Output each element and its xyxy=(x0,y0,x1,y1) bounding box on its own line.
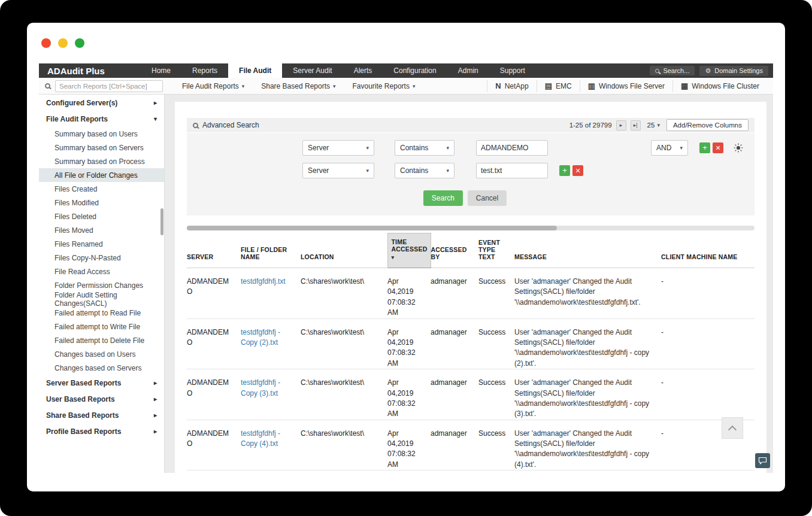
nav-tab[interactable]: Support xyxy=(489,63,536,78)
server-type-button[interactable]: ▤ EMC xyxy=(537,80,580,92)
chevron-down-icon: ▾ xyxy=(657,122,660,128)
highlight-icon[interactable] xyxy=(734,143,743,153)
report-search-input[interactable] xyxy=(55,80,163,92)
advanced-search-toggle[interactable]: Advanced Search xyxy=(193,121,259,129)
server-type-button[interactable]: ▥ Windows File Server xyxy=(580,80,672,92)
table-row[interactable]: ADMANDEMO testdfgfdhfj - Copy (4).txt C:… xyxy=(187,420,755,471)
page-size-select[interactable]: 25 ▾ xyxy=(645,122,662,129)
chevron-right-icon: ▸ xyxy=(154,428,157,435)
column-header[interactable]: LOCATION ▾ xyxy=(301,233,387,268)
filter-operator-select[interactable]: Contains ▾ xyxy=(395,140,455,156)
remove-filter-button[interactable]: ✕ xyxy=(572,165,583,176)
sidebar-report-item[interactable]: Files Renamed xyxy=(39,237,164,251)
nav-tab[interactable]: Alerts xyxy=(343,63,383,78)
sidebar-report-item[interactable]: File Read Access xyxy=(39,265,164,278)
filter-field-select[interactable]: Server ▾ xyxy=(302,140,374,156)
client-machine-cell: - xyxy=(661,318,755,369)
sidebar-report-item[interactable]: Files Deleted xyxy=(39,210,164,223)
nav-tab[interactable]: File Audit xyxy=(228,63,282,78)
search-icon xyxy=(655,69,659,73)
sidebar-section-configured-servers[interactable]: Configured Server(s) ▸ xyxy=(39,95,164,111)
window-minimize-button[interactable] xyxy=(58,38,68,48)
server-type-button[interactable]: ▦ Windows File Cluster xyxy=(672,80,767,92)
table-horizontal-scrollbar[interactable] xyxy=(187,226,755,230)
server-type-buttons: N NetApp ▤ EMC ▥ Windows File Server xyxy=(487,80,767,92)
client-machine-cell: - xyxy=(661,268,755,319)
column-header-label: TIME ACCESSED xyxy=(392,238,428,253)
window-controls xyxy=(41,38,84,48)
sidebar-section[interactable]: Share Based Reports ▸ xyxy=(39,407,164,423)
nav-tab[interactable]: Home xyxy=(141,63,181,78)
add-filter-button[interactable]: + xyxy=(559,165,570,176)
global-search-button[interactable]: Search... xyxy=(650,66,695,75)
search-button[interactable]: Search xyxy=(423,190,463,206)
column-header[interactable]: TIME ACCESSED ▾ xyxy=(387,233,431,268)
column-header[interactable]: FILE / FOLDER NAME ▾ xyxy=(241,233,301,268)
sidebar-report-item[interactable]: Summary based on Process xyxy=(39,154,164,168)
server-type-button[interactable]: N NetApp xyxy=(487,80,536,92)
filter-value-input[interactable] xyxy=(476,140,548,156)
nav-tab[interactable]: Server Audit xyxy=(282,63,343,78)
report-menu-dropdown[interactable]: Favourite Reports ▾ xyxy=(344,82,424,90)
sidebar-report-item[interactable]: Failed attempt to Delete File xyxy=(39,333,164,347)
column-header[interactable]: CLIENT MACHINE NAME ▾ xyxy=(661,233,755,268)
sidebar-report-item[interactable]: Summary based on Servers xyxy=(39,141,164,154)
sidebar-scrollbar-thumb[interactable] xyxy=(160,208,163,235)
report-menu-dropdown[interactable]: File Audit Reports ▾ xyxy=(174,82,253,90)
filter-field-select[interactable]: Server ▾ xyxy=(302,163,374,178)
filter-value-input[interactable] xyxy=(476,163,548,178)
column-header[interactable]: SERVER ▾ xyxy=(187,233,241,268)
table-row[interactable]: ADMANDEMO testdfgfdhfj - Copy (3).txt C:… xyxy=(187,369,755,420)
column-header[interactable]: EVENT TYPE TEXT ▾ xyxy=(478,233,514,268)
table-row[interactable]: ADMANDEMO testdfgfdhfj - Copy (2).txt C:… xyxy=(187,318,755,369)
column-header[interactable]: MESSAGE ▾ xyxy=(514,233,661,268)
file-name-link[interactable]: testdfgfdhfj.txt xyxy=(241,268,301,319)
nav-tab[interactable]: Admin xyxy=(447,63,489,78)
location-cell: C:\shares\work\test\ xyxy=(301,268,387,319)
chevron-down-icon: ▾ xyxy=(680,145,683,151)
add-filter-button[interactable]: + xyxy=(699,142,710,153)
nav-tab[interactable]: Configuration xyxy=(383,63,447,78)
sidebar-report-item[interactable]: Folder Audit Setting Changes(SACL) xyxy=(39,292,164,306)
next-page-button[interactable]: ▸ xyxy=(616,120,626,130)
add-remove-columns-button[interactable]: Add/Remove Columns xyxy=(666,119,749,131)
sidebar-section[interactable]: Profile Based Reports ▸ xyxy=(39,423,164,439)
sidebar-report-item[interactable]: All File or Folder Changes xyxy=(39,168,164,182)
cancel-button[interactable]: Cancel xyxy=(468,190,507,206)
last-page-button[interactable]: ▸| xyxy=(631,120,641,130)
file-name-link[interactable]: testdfgfdhfj - Copy (2).txt xyxy=(241,318,301,369)
feedback-chat-button[interactable] xyxy=(755,453,770,468)
sidebar-report-item[interactable]: Files Created xyxy=(39,182,164,196)
filter-operator-select[interactable]: Contains ▾ xyxy=(395,163,455,178)
sidebar-section[interactable]: User Based Reports ▸ xyxy=(39,391,164,407)
server-type-label: Windows File Server xyxy=(599,82,665,90)
table-row[interactable]: ADMANDEMO testdfgfdhfj.txt C:\shares\wor… xyxy=(187,268,755,319)
domain-settings-button[interactable]: ⚙ Domain Settings xyxy=(699,66,768,76)
sidebar-report-item[interactable]: Failed attempt to Write File xyxy=(39,320,164,333)
scrollbar-thumb[interactable] xyxy=(187,226,557,230)
sidebar-report-item[interactable]: Files Moved xyxy=(39,223,164,237)
sidebar-report-item[interactable]: Failed attempt to Read File xyxy=(39,306,164,320)
table-header-row: SERVER ▾ FILE / FOLDER NAME ▾ xyxy=(187,233,755,268)
accessed-by-cell: admanager xyxy=(431,420,478,471)
window-zoom-button[interactable] xyxy=(75,38,84,48)
report-menu-dropdown[interactable]: Share Based Reports ▾ xyxy=(253,82,344,90)
remove-filter-button[interactable]: ✕ xyxy=(713,142,723,153)
sidebar-section[interactable]: Server Based Reports ▸ xyxy=(39,375,164,391)
column-header[interactable]: ACCESSED BY ▾ xyxy=(431,233,478,268)
sidebar-report-item[interactable]: Changes based on Servers xyxy=(39,361,164,375)
nav-tab[interactable]: Reports xyxy=(181,63,228,78)
sidebar-report-item[interactable]: Files Modified xyxy=(39,196,164,210)
sidebar-report-item[interactable]: Files Copy-N-Pasted xyxy=(39,251,164,265)
sidebar-section-file-audit-reports[interactable]: File Audit Reports ▾ xyxy=(39,111,164,127)
file-name-link[interactable]: testdfgfdhfj - Copy (3).txt xyxy=(241,369,301,420)
sidebar-report-item[interactable]: Summary based on Users xyxy=(39,127,164,141)
scroll-to-top-button[interactable] xyxy=(722,417,743,439)
domain-settings-label: Domain Settings xyxy=(714,67,763,74)
chevron-down-icon: ▾ xyxy=(242,83,245,89)
file-name-link[interactable]: testdfgfdhfj - Copy (4).txt xyxy=(241,420,301,471)
server-type-icon: ▦ xyxy=(681,81,688,90)
window-close-button[interactable] xyxy=(41,38,51,48)
sidebar-report-item[interactable]: Changes based on Users xyxy=(39,347,164,361)
filter-logic-select[interactable]: AND ▾ xyxy=(651,140,688,156)
